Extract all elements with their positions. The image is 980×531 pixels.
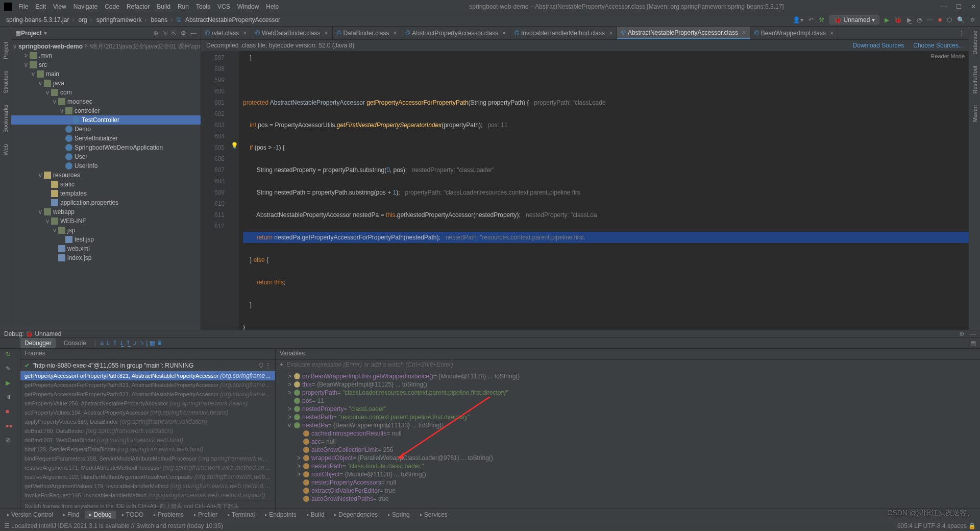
tree-node[interactable]: User [11, 152, 201, 161]
project-tree[interactable]: vspringboot-web-demo F:\暗月\2021\java安全\j… [11, 40, 201, 330]
stop-icon[interactable]: ■ [6, 408, 15, 417]
close-tab-icon[interactable]: × [393, 30, 397, 37]
tree-node[interactable]: web.xml [11, 244, 201, 253]
tree-node[interactable]: test.jsp [11, 235, 201, 244]
code-editor[interactable]: 5975985996006016026036046056066076086096… [201, 51, 969, 330]
modify-icon[interactable]: ✎ [6, 365, 15, 374]
stack-frame[interactable]: bind:129, ServletRequestDataBinder (org.… [20, 445, 275, 454]
toolwindow-button[interactable]: ▸Version Control [3, 511, 57, 519]
stack-frame[interactable]: setPropertyValue:256, AbstractNestablePr… [20, 399, 275, 408]
settings-icon[interactable]: ⛭ [970, 16, 976, 23]
breakpoints-icon[interactable]: ●● [6, 422, 15, 431]
variable-row[interactable]: >this = {BeanWrapperImpl@11125} ... toSt… [276, 380, 980, 389]
intention-bulb-icon[interactable]: 💡 [230, 142, 239, 149]
expand-icon[interactable]: ⇲ [162, 30, 167, 37]
bookmarks-stripe[interactable]: Bookmarks [3, 105, 9, 133]
status-icon[interactable]: ☰ [4, 522, 10, 529]
variable-row[interactable]: cachedIntrospectionResults = null [276, 429, 980, 438]
run-config-selector[interactable]: 🐞 Unnamed ▾ [829, 15, 879, 25]
toolwindow-button[interactable]: ▸Terminal [224, 511, 259, 519]
search-icon[interactable]: 🔍 [957, 16, 965, 23]
variable-row[interactable]: >nestedProperty = "classLoader" [276, 405, 980, 413]
tree-node[interactable]: UserInfo [11, 161, 201, 171]
stack-frame[interactable]: getPropertyAccessorForPropertyPath:821, … [20, 371, 275, 380]
menu-code[interactable]: Code [102, 2, 122, 11]
thread-selector[interactable]: ✔"http-nio-8080-exec-4"@11,055 in group … [20, 360, 275, 371]
maximize-icon[interactable]: ☐ [956, 3, 962, 10]
tree-node[interactable]: SpringbootWebDemoApplication [11, 143, 201, 152]
stack-frame[interactable]: bindRequestParameters:158, ServletModelA… [20, 454, 275, 463]
menu-navigate[interactable]: Navigate [70, 2, 101, 11]
stack-frame[interactable]: setPropertyValues:104, AbstractPropertyA… [20, 408, 275, 417]
profile-icon[interactable]: ◔ [917, 16, 922, 23]
structure-stripe[interactable]: Structure [3, 70, 9, 93]
close-tab-icon[interactable]: × [325, 30, 328, 37]
menu-window[interactable]: Window [234, 2, 262, 11]
more-tabs-icon[interactable]: ⋮ [954, 30, 969, 37]
editor-tab[interactable]: ©AbstractNestablePropertyAccessor.class× [617, 27, 750, 39]
close-tab-icon[interactable]: × [830, 30, 834, 37]
stack-frame[interactable]: resolveArgument:171, ModelAttributeMetho… [20, 463, 275, 472]
tree-node[interactable]: vmoonsec [11, 97, 201, 106]
collapse-icon[interactable]: ⇱ [172, 30, 177, 37]
tree-node[interactable]: static [11, 180, 201, 189]
editor-tab[interactable]: ©AbstractPropertyAccessor.class× [401, 27, 510, 39]
toolwindow-button[interactable]: ▸Profiler [190, 511, 222, 519]
download-sources-link[interactable]: Download Sources [853, 42, 904, 49]
tree-node[interactable]: vcontroller [11, 106, 201, 115]
close-tab-icon[interactable]: × [243, 30, 247, 37]
user-icon[interactable]: 👤▾ [793, 16, 803, 23]
stack-frame[interactable]: invokeForRequest:146, InvocableHandlerMe… [20, 491, 275, 500]
stack-frame[interactable]: doBind:780, DataBinder (org.springframew… [20, 426, 275, 436]
settings-icon[interactable]: ⚙ [181, 30, 186, 37]
choose-sources-link[interactable]: Choose Sources... [913, 42, 964, 49]
menu-file[interactable]: File [15, 2, 31, 11]
toolwindow-button[interactable]: ▸TODO [118, 511, 148, 519]
attach-icon[interactable]: ⋯ [927, 16, 933, 23]
tree-node[interactable]: application.properties [11, 198, 201, 207]
tree-node[interactable]: vresources [11, 171, 201, 180]
tree-node[interactable]: index.jsp [11, 253, 201, 262]
menu-refactor[interactable]: Refactor [124, 2, 153, 11]
hide-icon[interactable]: — [190, 30, 197, 37]
project-stripe[interactable]: Project [3, 42, 9, 59]
layout-icon[interactable]: ▤ [970, 340, 980, 347]
crumb[interactable]: springframework [94, 16, 149, 23]
pause-icon[interactable]: ⏸ [6, 394, 15, 403]
debugger-tab[interactable]: Debugger [20, 338, 56, 348]
tree-node[interactable]: vcom [11, 88, 201, 97]
menu-vcs[interactable]: VCS [214, 2, 233, 11]
variable-row[interactable]: autoGrowNestedPaths = true [276, 495, 980, 503]
project-view-dropdown[interactable]: ▾ [44, 30, 47, 37]
variable-row[interactable]: >nestedPath = "class.module.classLoader.… [276, 462, 980, 470]
menu-edit[interactable]: Edit [32, 2, 49, 11]
variable-row[interactable]: >wrappedObject = {ParallelWebappClassLoa… [276, 454, 980, 462]
debug-settings-icon[interactable]: ⚙ [959, 330, 965, 337]
database-stripe[interactable]: Database [972, 31, 978, 55]
close-icon[interactable]: ✕ [971, 3, 976, 10]
variable-row[interactable]: >rootObject = {Module@11128} ... toStrin… [276, 470, 980, 478]
stack-frame[interactable]: applyPropertyValues:889, DataBinder (org… [20, 417, 275, 426]
stack-frame[interactable]: getMethodArgumentValues:179, InvocableHa… [20, 481, 275, 491]
variable-row[interactable]: >oo BeanWrapperImpl.this.getWrappedInsta… [276, 372, 980, 380]
crumb-class[interactable]: AbstractNestablePropertyAccessor [183, 16, 282, 23]
stop-icon[interactable]: ■ [938, 16, 942, 23]
menu-view[interactable]: View [50, 2, 69, 11]
git-icon[interactable]: ⬡ [947, 16, 952, 23]
crumb[interactable]: spring-beans-5.3.17.jar [4, 16, 76, 23]
tree-node[interactable]: templates [11, 189, 201, 198]
crumb[interactable]: org [76, 16, 94, 23]
variable-row[interactable]: nestedPropertyAccessors = null [276, 478, 980, 487]
tree-node[interactable]: ServletInitializer [11, 134, 201, 143]
variable-row[interactable]: vnestedPa = {BeanWrapperImpl@11133} ... … [276, 421, 980, 429]
tree-node[interactable]: vjsp [11, 226, 201, 235]
toolwindow-button[interactable]: ▸Debug [85, 511, 115, 519]
tree-node[interactable]: Demo [11, 125, 201, 134]
variable-row[interactable]: >nestedPath = "resources.context.parent.… [276, 413, 980, 421]
tree-node[interactable]: >.mvn [11, 51, 201, 60]
menu-build[interactable]: Build [154, 2, 174, 11]
stack-frame[interactable]: getPropertyAccessorForPropertyPath:821, … [20, 380, 275, 390]
select-opened-icon[interactable]: ⊕ [153, 30, 158, 37]
toolwindow-button[interactable]: ▸Problems [150, 511, 188, 519]
variable-row[interactable]: pos = 11 [276, 397, 980, 405]
